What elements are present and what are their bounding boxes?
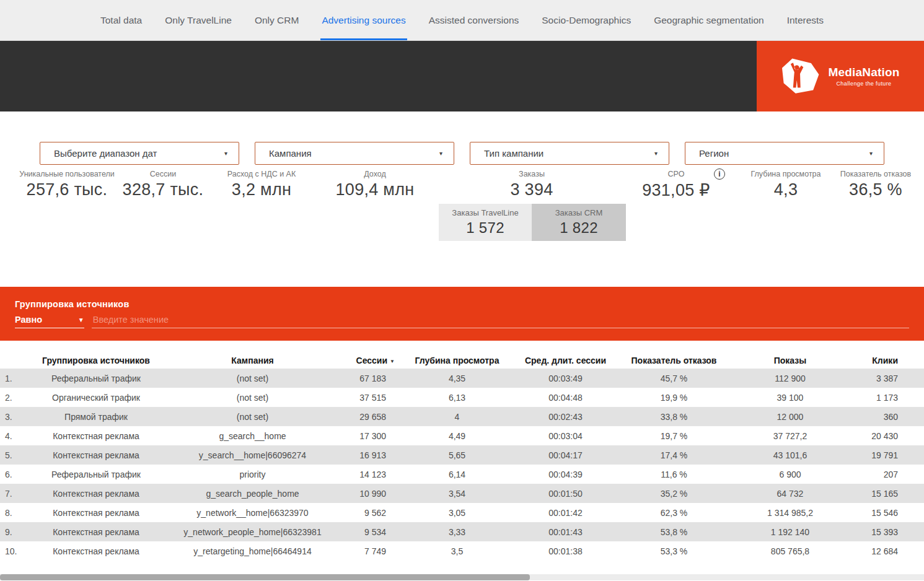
table-cell: 19,9 % [617, 393, 731, 403]
table-cell: 17,4 % [617, 450, 731, 460]
table-cell: 1 192 140 [731, 527, 849, 537]
table-cell: 19,7 % [617, 431, 731, 441]
chevron-down-icon: ▾ [224, 150, 227, 157]
chevron-down-icon: ▾ [439, 150, 442, 157]
chevron-down-icon: ▾ [654, 150, 658, 157]
kpi-page-depth: Глубина просмотра 4,3 [750, 170, 821, 199]
table-cell: 16 913 [338, 450, 400, 460]
table-cell: 17 300 [338, 431, 400, 441]
col-page-depth[interactable]: Глубина просмотра [400, 356, 514, 365]
table-cell: 9 534 [338, 527, 400, 537]
table-row: 2.Органический трафик(not set)37 5156,13… [0, 388, 924, 407]
kpi-sessions: Сессии 328,7 тыс. [123, 170, 204, 199]
table-cell: 7 749 [338, 546, 400, 556]
table-cell: y_network__home|66323970 [167, 508, 338, 518]
table-cell: 39 100 [731, 393, 849, 403]
col-clicks[interactable]: Клики [849, 356, 924, 365]
operator-label: Равно [15, 315, 42, 325]
kpi-label: Глубина просмотра [750, 170, 821, 178]
row-number: 7. [0, 489, 25, 499]
tab-socio-demographics[interactable]: Socio-Demographics [540, 0, 632, 40]
table-cell: 11,6 % [617, 470, 731, 479]
filter-value-input[interactable] [92, 315, 909, 328]
table-cell: 33,8 % [617, 412, 731, 422]
report-tab-bar: Total data Only TravelLine Only CRM Adve… [0, 0, 924, 41]
table-cell: 37 727,2 [731, 431, 849, 441]
table-cell: 00:04:48 [514, 393, 617, 403]
row-number: 9. [0, 527, 25, 537]
tab-assisted-conversions[interactable]: Assisted conversions [428, 0, 521, 40]
table-cell: 3,05 [400, 508, 514, 518]
table-cell: 805 765,8 [731, 546, 849, 556]
table-body: 1.Реферальный трафик(not set)67 1834,350… [0, 369, 924, 561]
col-avg-session-duration[interactable]: Сред. длит. сессии [514, 356, 617, 365]
row-number: 4. [0, 431, 25, 441]
table-cell: 00:01:38 [514, 546, 617, 556]
subcard-label: Заказы TravelLine [452, 208, 518, 217]
region-filter[interactable]: Регион ▾ [685, 142, 884, 165]
col-campaign[interactable]: Кампания [167, 356, 338, 365]
table-cell: 00:02:43 [514, 412, 617, 422]
col-sessions-label: Сессии [356, 356, 388, 365]
tab-total-data[interactable]: Total data [99, 0, 143, 40]
horizontal-scrollbar[interactable] [0, 574, 924, 580]
tab-only-crm[interactable]: Only CRM [253, 0, 300, 40]
col-sessions[interactable]: Сессии▼ [338, 356, 400, 365]
table-cell: 19 791 [849, 450, 924, 460]
table-cell: 5,65 [400, 450, 514, 460]
table-cell: Реферальный трафик [25, 470, 167, 479]
kpi-bounce-rate: Показатель отказов 36,5 % [840, 170, 911, 199]
table-cell: Прямой трафик [25, 412, 167, 422]
table-cell: 4 [400, 412, 514, 422]
tab-interests[interactable]: Interests [786, 0, 825, 40]
date-range-filter[interactable]: Выберите диапазон дат ▾ [40, 142, 239, 165]
table-cell: 15 165 [849, 489, 924, 499]
kpi-value: 328,7 тыс. [123, 180, 204, 199]
table-cell: g_search__home [167, 431, 338, 441]
row-number: 8. [0, 508, 25, 518]
table-cell: (not set) [167, 374, 338, 383]
subcard-value: 1 572 [466, 219, 504, 237]
table-row: 9.Контекстная рекламаy_network_people_ho… [0, 522, 924, 541]
filter-bar: Выберите диапазон дат ▾ Кампания ▾ Тип к… [40, 142, 884, 165]
chevron-down-icon: ▾ [869, 150, 873, 157]
header-band: MediaNation Challenge the future [0, 41, 924, 111]
info-icon[interactable]: i [714, 168, 725, 180]
kpi-scorecards: Уникальные пользователи 257,6 тыс. Сесси… [0, 165, 924, 287]
table-cell: 53,3 % [617, 546, 731, 556]
table-cell: 00:03:04 [514, 431, 617, 441]
table-cell: 3,54 [400, 489, 514, 499]
table-row: 8.Контекстная рекламаy_network__home|663… [0, 503, 924, 522]
table-cell: Контекстная реклама [25, 546, 167, 556]
brand-tagline: Challenge the future [828, 81, 899, 87]
campaign-filter[interactable]: Кампания ▾ [255, 142, 454, 165]
brand-logo-block: MediaNation Challenge the future [757, 41, 924, 111]
scrollbar-thumb[interactable] [0, 574, 530, 580]
row-number: 1. [0, 374, 25, 383]
table-cell: 12 684 [849, 546, 924, 556]
col-source-grouping[interactable]: Группировка источников [25, 356, 167, 365]
table-cell: 00:03:49 [514, 374, 617, 383]
kpi-label: Доход [336, 170, 415, 178]
table-cell: 37 515 [338, 393, 400, 403]
tab-geographic-segmentation[interactable]: Geographic segmentation [653, 0, 765, 40]
col-bounce-rate[interactable]: Показатель отказов [617, 356, 731, 365]
table-cell: y_network_people_home|66323981 [167, 527, 338, 537]
table-cell: 12 000 [731, 412, 849, 422]
row-number: 2. [0, 393, 25, 403]
campaign-type-filter[interactable]: Тип кампании ▾ [470, 142, 669, 165]
campaign-filter-label: Кампания [269, 148, 312, 159]
table-cell: 4,35 [400, 374, 514, 383]
operator-select[interactable]: Равно ▼ [15, 315, 84, 328]
col-impressions[interactable]: Показы [731, 356, 849, 365]
kpi-value: 3,2 млн [227, 180, 296, 199]
kpi-label: Показатель отказов [840, 170, 911, 178]
brand-name: MediaNation [828, 66, 899, 79]
tab-only-travelline[interactable]: Only TravelLine [164, 0, 233, 40]
table-cell: 3 387 [849, 374, 924, 383]
table-cell: 00:04:17 [514, 450, 617, 460]
table-cell: 15 393 [849, 527, 924, 537]
tab-advertising-sources[interactable]: Advertising sources [320, 0, 407, 40]
table-cell: 45,7 % [617, 374, 731, 383]
medianation-logo-icon [781, 57, 822, 95]
